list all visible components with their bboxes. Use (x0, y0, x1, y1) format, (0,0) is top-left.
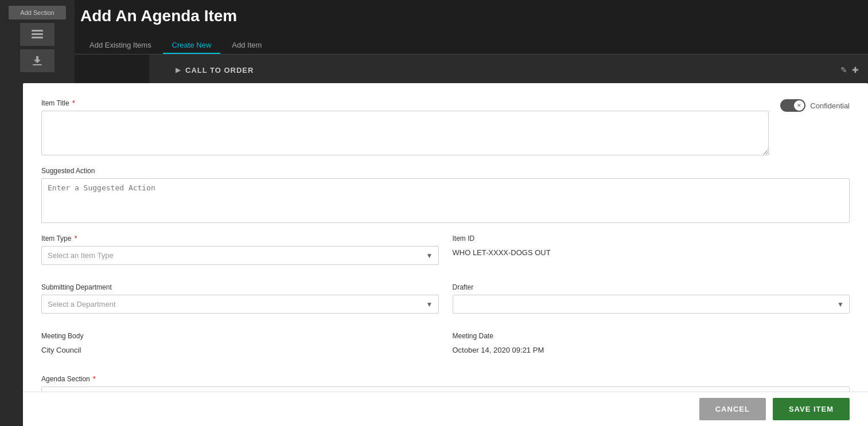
page-header: Add An Agenda Item (0, 0, 868, 32)
meeting-row: Meeting Body City Council Meeting Date O… (41, 332, 850, 366)
tab-add-existing[interactable]: Add Existing Items (80, 37, 161, 54)
svg-rect-3 (33, 64, 42, 65)
save-button[interactable]: SAVE ITEM (773, 398, 850, 420)
suggested-action-label: Suggested Action (41, 167, 850, 175)
drafter-select[interactable] (453, 295, 850, 314)
meeting-body-label: Meeting Body (41, 332, 439, 340)
meeting-body-value: City Council (41, 343, 439, 357)
item-id-section: Item ID WHO LET-XXXX-DOGS OUT (453, 235, 850, 265)
meeting-body-section: Meeting Body City Council (41, 332, 439, 357)
item-id-label: Item ID (453, 235, 850, 243)
drafter-section: Drafter ▼ (453, 283, 850, 314)
dept-drafter-row: Submitting Department Select a Departmen… (41, 283, 850, 323)
drafter-label: Drafter (453, 283, 850, 291)
tab-row: Add Existing Items Create New Add Item (75, 32, 868, 54)
svg-rect-0 (32, 30, 43, 32)
tab-add-item[interactable]: Add Item (223, 37, 271, 54)
meeting-date-label: Meeting Date (453, 332, 850, 340)
item-type-row: Item Type * Select an Item Type ▼ Item I… (41, 235, 850, 274)
svg-rect-2 (32, 37, 43, 38)
modal-form: Item Title * ✕ Confidential Suggested Ac… (23, 83, 868, 426)
submitting-dept-select-wrapper: Select a Department ▼ (41, 295, 439, 314)
item-title-wrapper: Item Title * (41, 99, 769, 158)
submitting-dept-label: Submitting Department (41, 283, 439, 291)
item-title-section: Item Title * ✕ Confidential (41, 99, 850, 158)
item-title-input[interactable] (41, 111, 769, 155)
meeting-date-section: Meeting Date October 14, 2020 09:21 PM (453, 332, 850, 357)
tab-create-new[interactable]: Create New (163, 37, 221, 54)
item-type-select[interactable]: Select an Item Type (41, 246, 439, 265)
suggested-action-section: Suggested Action (41, 167, 850, 225)
confidential-toggle[interactable]: ✕ (780, 99, 805, 112)
item-type-label: Item Type * (41, 235, 439, 243)
modal-footer: CANCEL SAVE ITEM (23, 392, 868, 426)
confidential-label: Confidential (810, 101, 850, 110)
sidebar-icon-1[interactable] (20, 23, 55, 46)
submitting-dept-section: Submitting Department Select a Departmen… (41, 283, 439, 314)
agenda-row-1-icons: ✎ ✚ (840, 65, 859, 75)
agenda-section-label: Agenda Section * (41, 375, 850, 383)
toggle-knob: ✕ (794, 100, 804, 111)
add-section-button[interactable]: Add Section (9, 6, 66, 19)
cancel-button[interactable]: CANCEL (699, 398, 766, 420)
agenda-arrow-1: ▶ (176, 66, 181, 74)
svg-rect-1 (32, 33, 43, 35)
add-icon-1[interactable]: ✚ (852, 65, 859, 75)
agenda-row-1: ▶ CALL TO ORDER ✎ ✚ (149, 54, 868, 86)
submitting-dept-select[interactable]: Select a Department (41, 295, 439, 314)
item-type-select-wrapper: Select an Item Type ▼ (41, 246, 439, 265)
sidebar-download-icon[interactable] (20, 49, 55, 72)
item-type-section: Item Type * Select an Item Type ▼ (41, 235, 439, 265)
agenda-row-1-title: CALL TO ORDER (185, 66, 840, 75)
edit-icon-1[interactable]: ✎ (840, 65, 847, 75)
meeting-date-value: October 14, 2020 09:21 PM (453, 343, 850, 357)
suggested-action-input[interactable] (41, 178, 850, 223)
item-id-value: WHO LET-XXXX-DOGS OUT (453, 246, 850, 259)
item-title-label: Item Title * (41, 99, 769, 107)
confidential-toggle-section: ✕ Confidential (780, 99, 850, 112)
page-title: Add An Agenda Item (80, 7, 237, 25)
drafter-select-wrapper: ▼ (453, 295, 850, 314)
